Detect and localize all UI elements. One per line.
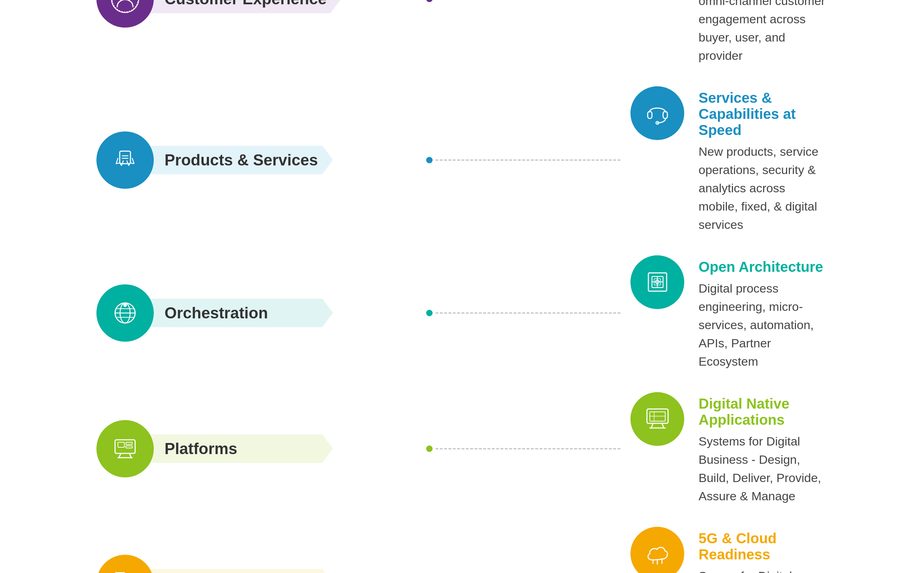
- svg-rect-21: [650, 412, 665, 421]
- title-open-architecture: Open Architecture: [698, 259, 828, 275]
- left-infrastructure: Infrastructure: [96, 555, 419, 573]
- desc-digital-native: Systems for Digital Business - Design, B…: [698, 432, 828, 505]
- connector-customer-experience: [426, 0, 623, 2]
- svg-point-11: [124, 304, 127, 307]
- svg-rect-18: [126, 442, 132, 445]
- dot-platforms: [426, 446, 433, 452]
- row-products-services: Products & Services Services & Capabilit…: [96, 86, 828, 234]
- left-products-services: Products & Services: [96, 132, 419, 189]
- label-customer-experience: Customer Experience: [165, 0, 326, 8]
- label-products-services: Products & Services: [165, 151, 318, 169]
- right-infrastructure: 5G & Cloud Readiness Secure for Digital …: [631, 527, 828, 573]
- banner-infrastructure: Infrastructure: [147, 569, 333, 573]
- dot-customer-experience: [426, 0, 433, 2]
- desc-open-architecture: Digital process engineering, micro-servi…: [698, 279, 828, 371]
- svg-rect-19: [126, 446, 132, 448]
- dot-orchestration: [426, 310, 433, 316]
- left-icon-products-services: [96, 132, 154, 189]
- desc-customer-engagement: Intelligent, intutive, omni-channel cust…: [698, 0, 828, 65]
- dash-platforms: [436, 448, 620, 449]
- text-digital-native: Digital Native Applications Systems for …: [698, 392, 828, 505]
- svg-point-0: [111, 0, 139, 13]
- right-icon-platforms: [631, 392, 684, 446]
- left-icon-customer-experience: [96, 0, 154, 28]
- left-orchestration: Orchestration: [96, 284, 419, 342]
- dash-orchestration: [436, 312, 620, 314]
- title-5g-cloud: 5G & Cloud Readiness: [698, 531, 828, 563]
- right-orchestration: Open Architecture Digital process engine…: [631, 255, 828, 371]
- left-icon-infrastructure: [96, 555, 154, 573]
- right-icon-products-services: [631, 86, 684, 140]
- connector-platforms: [426, 446, 623, 452]
- banner-customer-experience: Customer Experience: [147, 0, 341, 13]
- svg-point-2: [112, 0, 138, 12]
- text-5g-cloud: 5G & Cloud Readiness Secure for Digital …: [698, 527, 828, 573]
- banner-products-services: Products & Services: [147, 146, 333, 174]
- svg-rect-5: [120, 151, 130, 164]
- svg-rect-17: [118, 442, 124, 447]
- main-container: Customer Experience Digita: [68, 0, 856, 573]
- text-services-capabilities: Services & Capabilities at Speed New pro…: [698, 86, 828, 234]
- banner-platforms: Platforms: [147, 434, 333, 463]
- right-platforms: Digital Native Applications Systems for …: [631, 392, 828, 505]
- title-services-capabilities: Services & Capabilities at Speed: [698, 90, 828, 138]
- dot-products-services: [426, 157, 433, 163]
- left-platforms: Platforms: [96, 420, 419, 478]
- label-platforms: Platforms: [165, 440, 237, 458]
- row-infrastructure: Infrastructure 5G & Cloud Readiness Secu…: [96, 527, 828, 573]
- text-open-architecture: Open Architecture Digital process engine…: [698, 255, 828, 371]
- title-digital-native: Digital Native Applications: [698, 396, 828, 428]
- label-orchestration: Orchestration: [165, 304, 268, 322]
- left-customer-experience: Customer Experience: [96, 0, 419, 28]
- desc-services-capabilities: New products, service operations, securi…: [698, 142, 828, 234]
- right-icon-infrastructure: [631, 527, 684, 573]
- right-customer-experience: Digital Customer Engagement Intelligent,…: [631, 0, 828, 65]
- text-customer-engagement: Digital Customer Engagement Intelligent,…: [698, 0, 828, 65]
- right-products-services: Services & Capabilities at Speed New pro…: [631, 86, 828, 234]
- right-icon-orchestration: [631, 255, 684, 309]
- banner-orchestration: Orchestration: [147, 299, 333, 327]
- connector-orchestration: [426, 310, 623, 316]
- row-orchestration: Orchestration Open Architecture Digital: [96, 255, 828, 371]
- row-platforms: Platforms Digital Native Applications: [96, 392, 828, 505]
- dash-products-services: [436, 160, 620, 161]
- row-customer-experience: Customer Experience Digita: [96, 0, 828, 65]
- left-icon-orchestration: [96, 284, 154, 342]
- left-icon-platforms: [96, 420, 154, 478]
- connector-products-services: [426, 157, 623, 163]
- desc-5g-cloud: Secure for Digital Business - SDN, NFV, …: [698, 567, 828, 573]
